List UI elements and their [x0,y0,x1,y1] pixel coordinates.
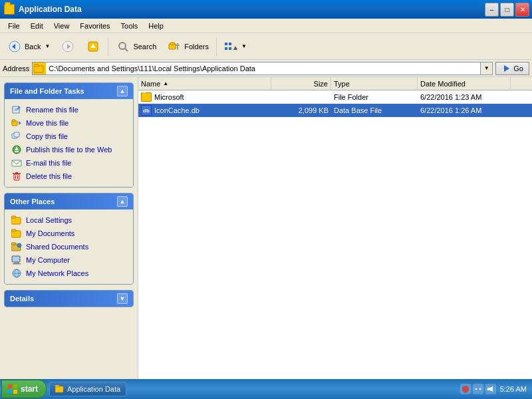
delete-link[interactable]: Delete this file [7,170,130,183]
my-documents-icon [11,228,22,239]
address-input[interactable] [46,65,480,72]
folders-label: Folders [184,43,209,51]
views-dropdown-icon[interactable]: ▼ [241,43,247,49]
menu-help[interactable]: Help [143,21,169,31]
my-network-places-link[interactable]: My Network Places [7,267,130,280]
col-header-date[interactable]: Date Modified [418,77,511,90]
go-button[interactable]: Go [495,62,529,75]
details-collapse-button[interactable]: ▼ [117,293,128,304]
tasks-section-header[interactable]: File and Folder Tasks ▲ [5,83,133,99]
shield-tray-icon[interactable] [460,384,471,394]
taskbar-folder-icon [55,385,65,393]
copy-link[interactable]: Copy this file [7,130,130,143]
tasks-section: File and Folder Tasks ▲ Rename this file [4,82,134,188]
taskbar-items: Application Data [47,382,455,396]
menu-tools[interactable]: Tools [116,21,144,31]
minimize-button[interactable]: – [485,3,499,17]
local-settings-link[interactable]: Local Settings [7,213,130,227]
table-row[interactable]: db IconCache.db 2,099 KB Data Base File … [138,104,532,117]
tasks-section-body: Rename this file Move this file [5,99,133,187]
taskbar: start Application Data [0,379,532,399]
svg-rect-31 [15,151,19,152]
svg-rect-28 [14,132,19,137]
svg-rect-12 [225,43,227,45]
main-area: File and Folder Tasks ▲ Rename this file [0,77,532,379]
back-dropdown-icon[interactable]: ▼ [45,43,50,49]
svg-point-44 [17,243,21,247]
menu-bar: File Edit View Favorites Tools Help [0,19,532,33]
back-label: Back [25,43,41,51]
shared-documents-link[interactable]: Shared Documents [7,240,130,253]
col-header-size[interactable]: Size [271,77,331,90]
address-bar: Address ▼ Go [0,60,532,77]
table-row[interactable]: Microsoft File Folder 6/22/2016 1:23 AM [138,90,532,104]
details-section: Details ▼ [4,290,134,307]
my-computer-link[interactable]: My Computer [7,253,130,267]
views-icon [224,39,239,54]
search-button[interactable]: Search [111,35,161,58]
close-button[interactable]: ✕ [515,3,529,17]
menu-edit[interactable]: Edit [25,21,49,31]
email-icon [11,158,22,168]
svg-rect-58 [479,388,481,390]
svg-rect-35 [15,172,18,174]
tasks-collapse-button[interactable]: ▲ [117,86,128,96]
publish-link[interactable]: Publish this file to the Web [7,143,130,156]
title-bar: Application Data – □ ✕ [0,0,532,19]
places-collapse-button[interactable]: ▲ [117,196,128,207]
menu-favorites[interactable]: Favorites [74,21,115,31]
file-date-cell: 6/22/2016 1:23 AM [418,93,511,101]
menu-view[interactable]: View [49,21,75,31]
col-header-type[interactable]: Type [331,77,418,90]
svg-rect-33 [14,174,19,180]
file-type-cell: File Folder [331,93,418,101]
svg-rect-51 [8,384,12,388]
views-button[interactable]: ▼ [219,35,251,58]
copy-icon [11,131,22,142]
rename-icon [11,104,22,115]
back-button[interactable]: Back ▼ [3,35,55,58]
network-tray-icon[interactable] [473,384,483,394]
svg-rect-54 [13,390,17,394]
toolbar: Back ▼ Search [0,33,532,60]
email-link[interactable]: E-mail this file [7,156,130,170]
file-list-header: Name ▲ Size Type Date Modified [138,77,532,90]
windows-logo-icon [7,384,18,394]
file-name-cell: Microsoft [138,92,271,102]
menu-file[interactable]: File [3,21,25,31]
start-button[interactable]: start [1,380,47,398]
file-type-cell: Data Base File [331,106,418,114]
sort-arrow-name: ▲ [163,80,168,86]
file-list[interactable]: Name ▲ Size Type Date Modified Microsoft [138,77,532,379]
address-dropdown-button[interactable]: ▼ [480,63,492,74]
toolbar-sep-2 [216,37,217,56]
move-link[interactable]: Move this file [7,116,130,130]
forward-button[interactable] [56,35,80,58]
file-name-cell: db IconCache.db [138,105,271,116]
search-label: Search [133,43,156,51]
address-folder-icon [33,63,46,74]
svg-rect-39 [11,216,16,218]
delete-icon [11,171,22,182]
sound-tray-icon[interactable] [485,384,496,394]
forward-icon [61,39,75,54]
places-section-header[interactable]: Other Places ▲ [5,194,133,209]
svg-rect-14 [225,47,227,50]
folders-button[interactable]: Folders [162,35,213,58]
rename-link[interactable]: Rename this file [7,103,130,116]
up-button[interactable] [81,35,105,58]
address-label: Address [3,65,29,72]
db-file-icon: db [141,105,152,116]
svg-rect-56 [55,385,59,387]
maximize-button[interactable]: □ [500,3,514,17]
details-section-header[interactable]: Details ▼ [5,291,133,307]
col-header-name[interactable]: Name ▲ [138,77,271,90]
svg-marker-61 [490,386,493,392]
places-section: Other Places ▲ Local Settings [4,193,134,285]
my-network-places-icon [11,268,22,279]
svg-rect-45 [12,256,20,262]
svg-rect-60 [487,388,490,390]
taskbar-item-app-data[interactable]: Application Data [49,382,126,396]
folder-icon [141,92,152,102]
my-documents-link[interactable]: My Documents [7,227,130,240]
